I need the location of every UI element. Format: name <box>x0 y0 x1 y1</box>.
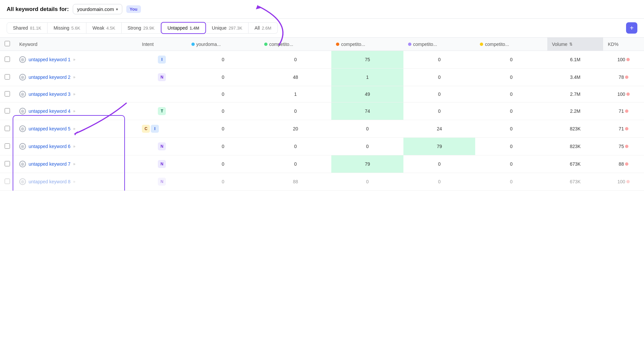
row-checkbox-cell[interactable] <box>0 102 15 120</box>
keyword-table: Keyword Intent yourdoma... competito... <box>0 38 644 191</box>
keyword-add-icon-7[interactable]: ⊕ <box>19 178 26 185</box>
col-comp2-cell-0: 75 <box>331 51 403 69</box>
col-kd: KD% <box>603 38 644 51</box>
table-header: Keyword Intent yourdoma... competito... <box>0 38 644 51</box>
tab-strong[interactable]: Strong29.9K <box>122 22 161 34</box>
row-checkbox[interactable] <box>5 161 10 166</box>
keyword-link-4[interactable]: untapped keyword 5 <box>29 126 70 131</box>
kd-dot-3 <box>625 109 628 113</box>
select-all-checkbox[interactable] <box>5 41 10 46</box>
keyword-add-icon-5[interactable]: ⊕ <box>19 143 26 150</box>
row-checkbox-cell[interactable] <box>0 69 15 86</box>
col-comp3-cell-1: 0 <box>403 69 476 86</box>
row-checkbox[interactable] <box>5 108 10 113</box>
domain-label: yourdomain.com <box>77 6 114 12</box>
col-yourdomain: yourdoma... <box>187 38 260 51</box>
keyword-link-3[interactable]: untapped keyword 4 <box>29 108 70 114</box>
add-column-button[interactable]: + <box>626 22 637 34</box>
kd-cell-1: 78 <box>603 69 644 86</box>
col-volume[interactable]: Volume ⇅ <box>547 38 603 51</box>
keyword-link-6[interactable]: untapped keyword 7 <box>29 161 70 167</box>
col-keyword: Keyword <box>15 38 137 51</box>
row-checkbox[interactable] <box>5 74 10 80</box>
intent-cell-1: N <box>137 69 186 86</box>
tab-weak[interactable]: Weak4.5K <box>86 22 121 34</box>
row-checkbox-cell[interactable] <box>0 155 15 173</box>
col-comp1: competito... <box>260 38 332 51</box>
row-checkbox-cell[interactable] <box>0 173 15 191</box>
keyword-link-2[interactable]: untapped keyword 3 <box>29 91 70 97</box>
tab-label-shared: Shared <box>13 25 28 31</box>
comp2-dot <box>336 43 339 46</box>
tab-untapped[interactable]: Untapped1.4M <box>161 22 206 34</box>
keyword-add-icon-6[interactable]: ⊕ <box>19 161 26 167</box>
col-comp4-cell-5: 0 <box>475 138 547 155</box>
intent-badge: I <box>158 56 166 64</box>
intent-cell-4: CI <box>137 120 186 138</box>
select-all-col[interactable] <box>0 38 15 51</box>
tab-all[interactable]: All2.6M <box>249 22 277 34</box>
keyword-cell-2: ⊕ untapped keyword 3 » <box>15 86 137 102</box>
tab-count-missing: 5.6K <box>71 26 80 31</box>
kd-cell-3: 71 <box>603 102 644 120</box>
tab-missing[interactable]: Missing5.6K <box>48 22 86 34</box>
keyword-arrow-0: » <box>73 57 75 62</box>
keyword-add-icon-4[interactable]: ⊕ <box>19 125 26 132</box>
col-comp4-cell-7: 0 <box>475 173 547 191</box>
volume-cell-7: 673K <box>547 173 603 191</box>
keyword-add-icon-0[interactable]: ⊕ <box>19 56 26 63</box>
kd-cell-4: 71 <box>603 120 644 138</box>
keyword-link-7[interactable]: untapped keyword 8 <box>29 179 70 184</box>
table-row: ⊕ untapped keyword 8 » N088000673K100 <box>0 173 644 191</box>
col-comp2-cell-4: 0 <box>331 120 403 138</box>
tabs-container: Shared81.1KMissing5.6KWeak4.5KStrong29.9… <box>7 22 278 34</box>
keyword-arrow-4: » <box>73 126 75 131</box>
table-row: ⊕ untapped keyword 2 » N0481003.4M78 <box>0 69 644 86</box>
intent-badge: N <box>158 142 166 150</box>
col-yourdomain-cell-7: 0 <box>187 173 260 191</box>
row-checkbox-cell[interactable] <box>0 120 15 138</box>
row-checkbox[interactable] <box>5 126 10 131</box>
col-comp2-cell-5: 0 <box>331 138 403 155</box>
col-comp2-cell-1: 1 <box>331 69 403 86</box>
table-row: ⊕ untapped keyword 7 » N007900673K88 <box>0 155 644 173</box>
keyword-link-1[interactable]: untapped keyword 2 <box>29 75 70 80</box>
keyword-link-0[interactable]: untapped keyword 1 <box>29 57 70 62</box>
keyword-arrow-3: » <box>73 109 75 113</box>
row-checkbox-cell[interactable] <box>0 51 15 69</box>
tab-count-all: 2.6M <box>262 26 271 31</box>
col-comp1-cell-7: 88 <box>260 173 332 191</box>
keyword-add-icon-2[interactable]: ⊕ <box>19 91 26 97</box>
yourdomain-dot <box>191 43 195 46</box>
tab-shared[interactable]: Shared81.1K <box>7 22 48 34</box>
tab-count-shared: 81.1K <box>30 26 41 31</box>
keyword-cell-4: ⊕ untapped keyword 5 » <box>15 120 137 138</box>
you-badge: You <box>126 5 141 13</box>
col-comp1-cell-3: 0 <box>260 102 332 120</box>
table-row: ⊕ untapped keyword 5 » CI0200240823K71 <box>0 120 644 138</box>
row-checkbox-cell[interactable] <box>0 138 15 155</box>
volume-cell-6: 673K <box>547 155 603 173</box>
tab-bar: Shared81.1KMissing5.6KWeak4.5KStrong29.9… <box>0 19 644 38</box>
domain-selector[interactable]: yourdomain.com ▾ <box>73 4 122 14</box>
col-comp4-cell-6: 0 <box>475 155 547 173</box>
row-checkbox-cell[interactable] <box>0 86 15 102</box>
intent-badge: C <box>142 125 150 133</box>
row-checkbox[interactable] <box>5 143 10 149</box>
col-comp1-cell-5: 0 <box>260 138 332 155</box>
tab-label-untapped: Untapped <box>167 25 188 31</box>
row-checkbox[interactable] <box>5 57 10 62</box>
col-comp3-cell-2: 0 <box>403 86 476 102</box>
keyword-link-5[interactable]: untapped keyword 6 <box>29 144 70 149</box>
tab-unique[interactable]: Unique297.3K <box>206 22 249 34</box>
tab-count-unique: 297.3K <box>229 26 242 31</box>
comp1-dot <box>264 43 268 46</box>
col-comp3-cell-5: 79 <box>403 138 476 155</box>
intent-cell-6: N <box>137 155 186 173</box>
row-checkbox[interactable] <box>5 91 10 96</box>
comp4-dot <box>480 43 483 46</box>
row-checkbox[interactable] <box>5 179 10 184</box>
keyword-add-icon-3[interactable]: ⊕ <box>19 108 26 114</box>
tab-count-strong: 29.9K <box>143 26 155 31</box>
keyword-add-icon-1[interactable]: ⊕ <box>19 74 26 81</box>
